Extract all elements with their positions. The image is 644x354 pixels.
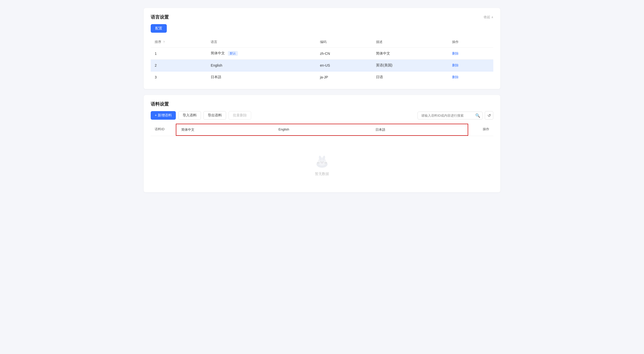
col-header-description: 描述: [372, 37, 448, 48]
cell-action: 删除: [448, 71, 493, 83]
language-table-row: 3 日本語 ja-JP 日语 删除: [151, 71, 493, 83]
language-table-row: 2 English en-US 英语(美国) 删除: [151, 60, 493, 71]
help-icon[interactable]: ?: [163, 40, 165, 43]
col-header-code: 编码: [316, 37, 372, 48]
search-wrap: 🔍: [417, 112, 483, 119]
collapse-button[interactable]: 收起 ∧: [484, 15, 493, 19]
col-header-order: 排序 ?: [151, 37, 207, 48]
search-icon: 🔍: [475, 113, 480, 118]
delete-button[interactable]: 删除: [452, 51, 459, 56]
cell-order: 1: [151, 48, 207, 60]
cell-action: 删除: [448, 60, 493, 71]
corpus-toolbar: + 新增语料 导入语料 导出语料 批量删除 🔍 ↺: [151, 111, 493, 120]
empty-text: 暂无数据: [315, 172, 329, 176]
cell-language: 简体中文 默认: [207, 48, 316, 60]
corpus-col-ja-header: 日本語: [370, 124, 468, 135]
cell-description: 简体中文: [372, 48, 448, 60]
col-header-language: 语言: [207, 37, 316, 48]
cell-description: 日语: [372, 71, 448, 83]
empty-icon: [312, 151, 332, 169]
cell-code: ja-JP: [316, 71, 372, 83]
cell-order: 2: [151, 60, 207, 71]
default-tag: 默认: [228, 51, 238, 56]
chevron-up-icon: ∧: [491, 16, 493, 19]
corpus-settings-title: 语料设置: [151, 101, 169, 107]
cell-language: English: [207, 60, 316, 71]
config-button[interactable]: 配置: [151, 24, 167, 33]
delete-button[interactable]: 删除: [452, 63, 459, 68]
corpus-col-zh-header: 简体中文: [176, 124, 274, 135]
svg-point-6: [321, 162, 323, 163]
cell-action: 删除: [448, 48, 493, 60]
language-table-row: 1 简体中文 默认 zh-CN 简体中文 删除: [151, 48, 493, 60]
import-corpus-button[interactable]: 导入语料: [178, 111, 201, 120]
cell-code: en-US: [316, 60, 372, 71]
col-header-action: 操作: [448, 37, 493, 48]
refresh-button[interactable]: ↺: [485, 111, 493, 120]
corpus-col-id-header: 语料ID: [151, 124, 176, 136]
delete-button[interactable]: 删除: [452, 75, 459, 79]
add-corpus-button[interactable]: + 新增语料: [151, 111, 176, 120]
svg-point-4: [320, 161, 321, 162]
language-table: 排序 ? 语言 编码 描述 操作 1 简体中文 默认 zh-CN 简体中文 删除: [151, 37, 493, 83]
corpus-col-ops-header: 操作: [468, 124, 493, 136]
cell-order: 3: [151, 71, 207, 83]
search-input[interactable]: [417, 112, 483, 119]
svg-point-5: [323, 161, 324, 162]
corpus-col-en-header: English: [274, 124, 371, 135]
language-settings-title: 语言设置: [151, 14, 169, 20]
cell-language: 日本語: [207, 71, 316, 83]
corpus-table-container: 语料ID 简体中文 English 日本語 操作: [151, 124, 493, 186]
export-corpus-button[interactable]: 导出语料: [203, 111, 226, 120]
empty-state: 暂无数据: [151, 136, 493, 186]
cell-code: zh-CN: [316, 48, 372, 60]
cell-description: 英语(美国): [372, 60, 448, 71]
batch-delete-button: 批量删除: [229, 111, 251, 120]
